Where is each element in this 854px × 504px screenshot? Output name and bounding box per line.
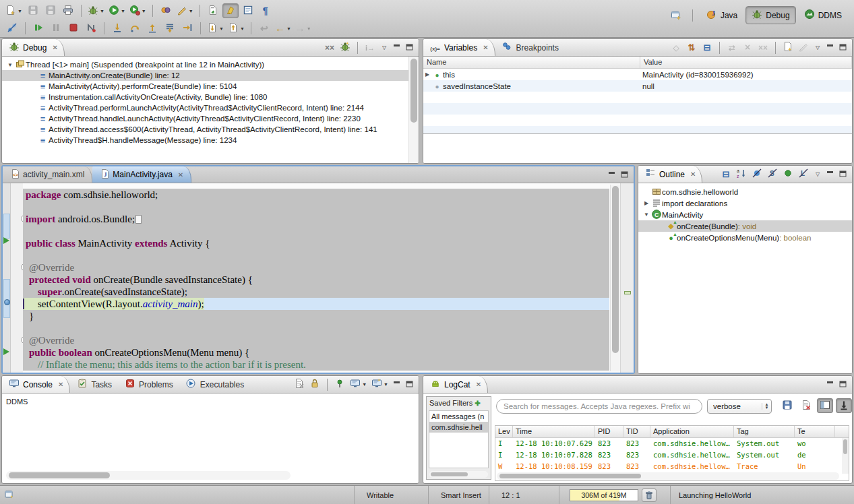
outline-item[interactable]: ▼CMainActivity [638, 209, 852, 220]
maximize-icon[interactable] [619, 169, 630, 180]
outline-item[interactable]: ▶import declarations [638, 197, 852, 209]
tab-outline[interactable]: Outline ✕ [638, 166, 702, 183]
tab-variables[interactable]: (x)=Variables✕ [423, 39, 495, 56]
minimize-icon[interactable] [392, 379, 402, 390]
column-name[interactable]: Name [423, 57, 640, 68]
floppy-button[interactable] [779, 398, 795, 413]
show-source-button[interactable] [240, 3, 256, 18]
outline-item[interactable]: ◆▲onCreate(Bundle) : void [638, 220, 852, 232]
tab-executables[interactable]: Executables [179, 376, 250, 393]
stack-frame-row[interactable]: ≡ActivityThread$H.handleMessage(Message)… [2, 135, 419, 145]
outline-item[interactable]: com.sdhsie.helloworld [638, 186, 852, 197]
logcat-hscrollbar[interactable] [497, 472, 839, 480]
sort-az-button[interactable]: az [735, 168, 748, 181]
dropdown-arrow-icon[interactable]: ▼ [286, 26, 291, 31]
clear-log-button[interactable] [798, 398, 814, 413]
minimize-icon[interactable] [392, 42, 402, 53]
remove-terminated-button[interactable]: ×× [323, 41, 336, 55]
show-logical-button[interactable]: ⇅ [685, 41, 698, 55]
tab-debug[interactable]: Debug ✕ [2, 39, 65, 56]
dropdown-arrow-icon[interactable]: ▼ [142, 9, 146, 13]
logcat-column-application[interactable]: Application [650, 426, 734, 437]
disconnect-button[interactable] [83, 21, 99, 36]
logcat-column-lev[interactable]: Lev [495, 426, 513, 437]
dropdown-arrow-icon[interactable]: ▼ [219, 26, 224, 31]
view-menu-icon[interactable]: ▽ [812, 42, 823, 53]
open-perspective-button[interactable] [668, 8, 684, 23]
dropdown-arrow-icon[interactable]: ▼ [362, 382, 367, 387]
console-hscrollbar[interactable] [6, 471, 291, 480]
dropdown-arrow-icon[interactable]: ▼ [240, 26, 245, 31]
tab-problems[interactable]: Problems [118, 376, 179, 393]
scrollbar-thumb[interactable] [843, 439, 847, 454]
folded-region-icon[interactable] [135, 215, 142, 224]
minimize-icon[interactable] [825, 42, 836, 53]
prev-annotation-button[interactable]: ▼ [226, 21, 246, 36]
java-search-button[interactable] [158, 3, 174, 18]
debug-connect-button[interactable] [338, 41, 352, 55]
dropdown-arrow-icon[interactable]: ▼ [307, 26, 311, 31]
logcat-column-time[interactable]: Time [513, 426, 595, 437]
code-line[interactable]: import android.os.Bundle; [23, 213, 609, 225]
type-hierarchy-button[interactable] [205, 3, 221, 18]
scrollbar-thumb[interactable] [9, 472, 110, 478]
logcat-row[interactable]: I12-18 10:10:07.629823823com.sdhsie.hell… [495, 438, 842, 449]
code-line[interactable]: public boolean onCreateOptionsMenu(Menu … [23, 346, 609, 358]
maximize-icon[interactable] [838, 42, 849, 53]
dropdown-arrow-icon[interactable]: ▼ [100, 9, 104, 13]
editor-tab-activity_main.xml[interactable]: <>activity_main.xml [3, 166, 92, 183]
perspective-ddms[interactable]: DDMS [799, 7, 847, 24]
editor-overview-ruler[interactable] [620, 183, 634, 373]
logcat-column-te[interactable]: Te [795, 426, 835, 437]
code-line[interactable]: @Override [23, 261, 609, 274]
logcat-vscrollbar[interactable] [842, 438, 849, 474]
fast-view-button[interactable] [4, 489, 15, 501]
view-menu-icon[interactable]: ▽ [812, 169, 823, 180]
editor-fold-gutter[interactable]: +−− [11, 183, 23, 373]
back-button[interactable]: ←▼ [274, 21, 293, 36]
outline-item[interactable]: ●▲onCreateOptionsMenu(Menu) : boolean [638, 232, 852, 243]
code-line[interactable]: public class MainActivity extends Activi… [23, 237, 609, 249]
maximize-icon[interactable] [404, 379, 415, 390]
code-area[interactable]: package com.sdhsie.helloworld;import and… [23, 189, 609, 371]
logcat-column-tag[interactable]: Tag [734, 426, 795, 437]
collapse-all-button[interactable]: ⊟ [700, 41, 714, 55]
pin-console-button[interactable] [333, 378, 346, 391]
resume-button[interactable] [30, 21, 47, 36]
close-icon[interactable]: ✕ [483, 44, 488, 51]
hide-local-button[interactable]: L [797, 168, 810, 181]
maximize-icon[interactable] [838, 169, 849, 180]
tab-console[interactable]: Console✕ [2, 376, 70, 393]
stack-frame-row[interactable]: ≡ActivityThread.handleLaunchActivity(Act… [2, 113, 419, 124]
close-icon[interactable]: ✕ [690, 170, 696, 178]
logcat-row[interactable]: I12-18 10:10:07.828823823com.sdhsie.hell… [495, 449, 842, 461]
step-return-button[interactable] [144, 21, 160, 36]
saved-filter-item[interactable]: com.sdhsie.hell [429, 422, 488, 433]
tab-logcat[interactable]: LogCat ✕ [423, 376, 488, 393]
add-filter-icon[interactable]: ✚ [475, 400, 480, 407]
column-value[interactable]: Value [640, 57, 852, 68]
expander-icon[interactable]: ▼ [6, 62, 14, 68]
stack-frame-row[interactable]: ≡MainActivity(Activity).performCreate(Bu… [2, 81, 419, 92]
logcat-row[interactable]: W12-18 10:10:08.159823823com.sdhsie.hell… [495, 461, 842, 472]
run-button[interactable]: ▼ [107, 3, 127, 18]
current-line-marker[interactable] [624, 291, 631, 294]
expander-icon[interactable]: ▼ [642, 212, 650, 218]
step-over-button[interactable] [127, 21, 143, 36]
editor-tab-MainActivity.java[interactable]: JMainActivity.java✕ [92, 166, 191, 183]
stack-frame-row[interactable]: ≡ActivityThread.access$600(ActivityThrea… [2, 124, 419, 135]
minimize-icon[interactable] [825, 379, 836, 390]
debug-button[interactable]: ▼ [86, 3, 106, 18]
maximize-icon[interactable] [404, 42, 415, 53]
print-button[interactable] [60, 3, 76, 18]
stop-button[interactable] [65, 21, 82, 36]
dropdown-arrow-icon[interactable]: ▼ [121, 9, 125, 13]
run-garbage-collector-button[interactable] [642, 489, 657, 502]
close-icon[interactable]: ✕ [476, 381, 481, 388]
code-line[interactable]: super.onCreate(savedInstanceState); [23, 286, 609, 298]
new-wizard-button[interactable]: ▼ [4, 3, 24, 18]
dropdown-arrow-icon[interactable]: ▼ [18, 9, 22, 13]
editor-scrollbar[interactable] [610, 185, 620, 371]
code-line[interactable] [23, 225, 609, 237]
editor-body[interactable]: +−− package com.sdhsie.helloworld;import… [3, 183, 634, 373]
